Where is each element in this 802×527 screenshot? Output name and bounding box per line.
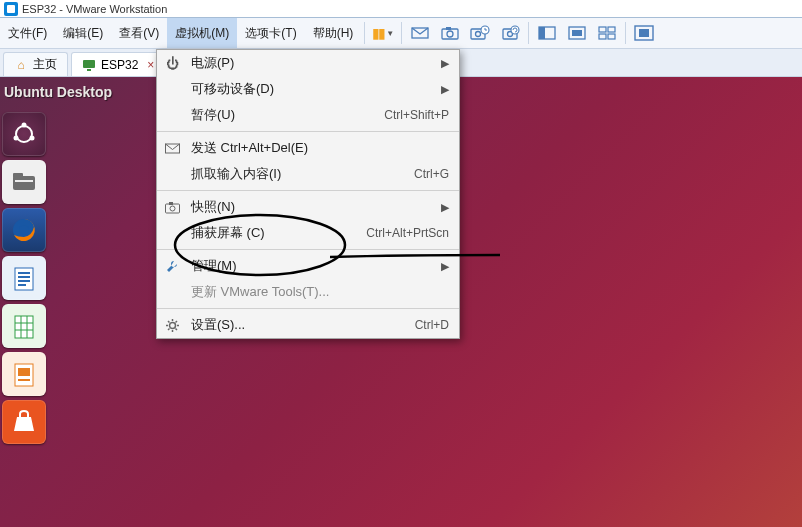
chevron-right-icon: ▶ xyxy=(441,57,449,70)
menuitem-label: 捕获屏幕 (C) xyxy=(191,224,356,242)
fullscreen-toolbar-button[interactable] xyxy=(629,18,659,48)
chevron-right-icon: ▶ xyxy=(441,83,449,96)
menuitem-label: 更新 VMware Tools(T)... xyxy=(191,283,449,301)
app-icon xyxy=(4,2,18,16)
pause-button[interactable]: ▮▮ ▼ xyxy=(368,18,398,48)
menuitem-label: 暂停(U) xyxy=(191,106,374,124)
separator xyxy=(157,249,459,250)
firefox-icon xyxy=(9,215,39,245)
svg-line-54 xyxy=(175,328,177,330)
menuitem-label: 发送 Ctrl+Alt+Del(E) xyxy=(191,139,449,157)
menuitem-label: 管理(M) xyxy=(191,257,431,275)
tab-home-label: 主页 xyxy=(33,56,57,73)
svg-point-2 xyxy=(447,31,453,37)
svg-rect-35 xyxy=(18,284,26,286)
calc-icon xyxy=(9,311,39,341)
menuitem-grab-input[interactable]: 抓取输入内容(I) Ctrl+G xyxy=(157,161,459,187)
menuitem-removable-devices[interactable]: 可移动设备(D) ▶ xyxy=(157,76,459,102)
launcher-calc[interactable] xyxy=(2,304,46,348)
separator xyxy=(401,22,402,44)
menuitem-update-vmware-tools[interactable]: 更新 VMware Tools(T)... xyxy=(157,279,459,305)
svg-point-24 xyxy=(14,136,19,141)
menubar: 文件(F) 编辑(E) 查看(V) 虚拟机(M) 选项卡(T) 帮助(H) ▮▮… xyxy=(0,18,802,49)
tab-vm-label: ESP32 xyxy=(101,58,138,72)
svg-line-53 xyxy=(168,321,170,323)
menuitem-pause[interactable]: 暂停(U) Ctrl+Shift+P xyxy=(157,102,459,128)
svg-point-23 xyxy=(22,123,27,128)
chevron-right-icon: ▶ xyxy=(441,201,449,214)
svg-rect-33 xyxy=(18,276,30,278)
chevron-right-icon: ▶ xyxy=(441,260,449,273)
revert-snapshot-toolbar-button[interactable] xyxy=(495,18,525,48)
wrench-icon xyxy=(163,259,181,274)
launcher-impress[interactable] xyxy=(2,352,46,396)
home-icon: ⌂ xyxy=(14,58,28,72)
menu-vm[interactable]: 虚拟机(M) xyxy=(167,18,237,48)
shortcut-label: Ctrl+G xyxy=(414,167,449,181)
power-icon: ⏻ xyxy=(163,56,181,71)
close-icon[interactable]: × xyxy=(147,58,154,72)
menuitem-label: 快照(N) xyxy=(191,198,431,216)
svg-rect-36 xyxy=(15,316,33,338)
menuitem-label: 电源(P) xyxy=(191,54,431,72)
snapshot-toolbar-button[interactable] xyxy=(435,18,465,48)
svg-point-30 xyxy=(19,225,29,235)
tab-home[interactable]: ⌂ 主页 xyxy=(3,52,68,76)
menuitem-power[interactable]: ⏻ 电源(P) ▶ xyxy=(157,50,459,76)
separator xyxy=(157,190,459,191)
svg-rect-34 xyxy=(18,280,30,282)
thumbnail-toolbar-button[interactable] xyxy=(592,18,622,48)
svg-point-9 xyxy=(511,26,519,34)
svg-rect-11 xyxy=(539,27,545,39)
camera-clock-icon xyxy=(470,25,490,41)
vm-menu-dropdown: ⏻ 电源(P) ▶ 可移动设备(D) ▶ 暂停(U) Ctrl+Shift+P … xyxy=(156,49,460,339)
svg-point-46 xyxy=(170,206,175,211)
snapshot-manager-toolbar-button[interactable] xyxy=(465,18,495,48)
snapshot-icon xyxy=(163,201,181,214)
files-icon xyxy=(9,167,39,197)
menuitem-capture-screen[interactable]: 捕获屏幕 (C) Ctrl+Alt+PrtScn xyxy=(157,220,459,246)
svg-rect-14 xyxy=(599,27,606,32)
launcher-firefox[interactable] xyxy=(2,208,46,252)
menuitem-send-cad[interactable]: 发送 Ctrl+Alt+Del(E) xyxy=(157,135,459,161)
shortcut-label: Ctrl+D xyxy=(415,318,449,332)
svg-rect-26 xyxy=(13,176,35,190)
svg-rect-45 xyxy=(165,204,179,213)
impress-icon xyxy=(9,359,39,389)
svg-rect-13 xyxy=(572,30,582,36)
svg-rect-43 xyxy=(18,379,30,381)
launcher-writer[interactable] xyxy=(2,256,46,300)
menu-view[interactable]: 查看(V) xyxy=(111,18,167,48)
camera-icon xyxy=(441,25,459,41)
svg-rect-20 xyxy=(83,60,95,68)
launcher-dash[interactable] xyxy=(2,112,46,156)
menu-file[interactable]: 文件(F) xyxy=(0,18,55,48)
window-title: ESP32 - VMware Workstation xyxy=(22,3,167,15)
menu-edit[interactable]: 编辑(E) xyxy=(55,18,111,48)
software-icon xyxy=(9,407,39,437)
svg-point-22 xyxy=(16,126,32,142)
launcher-files[interactable] xyxy=(2,160,46,204)
svg-rect-32 xyxy=(18,272,30,274)
menuitem-settings[interactable]: 设置(S)... Ctrl+D xyxy=(157,312,459,338)
svg-rect-19 xyxy=(639,29,649,37)
launcher-software[interactable] xyxy=(2,400,46,444)
ubuntu-icon xyxy=(11,121,37,147)
menu-tabs[interactable]: 选项卡(T) xyxy=(237,18,304,48)
send-icon xyxy=(163,142,181,155)
svg-rect-27 xyxy=(13,173,23,178)
menuitem-label: 设置(S)... xyxy=(191,316,405,334)
chevron-down-icon: ▼ xyxy=(386,29,394,38)
fit-guest-toolbar-button[interactable] xyxy=(532,18,562,48)
tab-vm-esp32[interactable]: ESP32 × xyxy=(71,52,165,76)
svg-rect-42 xyxy=(18,368,30,376)
menuitem-manage[interactable]: 管理(M) ▶ xyxy=(157,253,459,279)
send-cad-toolbar-button[interactable] xyxy=(405,18,435,48)
menuitem-label: 可移动设备(D) xyxy=(191,80,431,98)
thumbnail-icon xyxy=(598,26,616,40)
unity-toolbar-button[interactable] xyxy=(562,18,592,48)
menu-help[interactable]: 帮助(H) xyxy=(305,18,362,48)
fit-guest-icon xyxy=(538,26,556,40)
menuitem-snapshot[interactable]: 快照(N) ▶ xyxy=(157,194,459,220)
svg-rect-15 xyxy=(608,27,615,32)
